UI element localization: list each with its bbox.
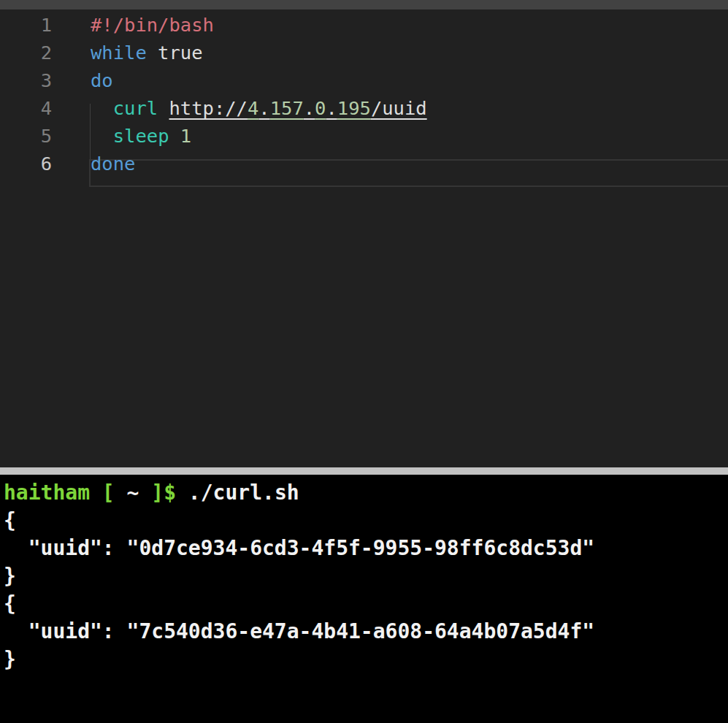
url-link[interactable]: . xyxy=(304,97,315,119)
line-number: 4 xyxy=(0,94,52,122)
terminal-text: ~ xyxy=(127,481,139,505)
terminal-text: { xyxy=(4,592,16,616)
code-line[interactable]: 2while true xyxy=(0,39,728,66)
terminal-line: "uuid": "0d7ce934-6cd3-4f5f-9955-98ff6c8… xyxy=(4,535,728,562)
code-token: true xyxy=(147,42,203,64)
code-token: sleep xyxy=(113,125,169,147)
code-text: curl http://4.157.0.195/uuid xyxy=(91,94,427,122)
code-line[interactable]: 5 sleep 1 xyxy=(0,122,728,150)
terminal-line: "uuid": "7c540d36-e47a-4b41-a608-64a4b07… xyxy=(4,618,728,646)
code-text: done xyxy=(91,150,135,177)
code-token xyxy=(91,97,113,119)
terminal-line: { xyxy=(4,507,728,535)
code-lines: 1#!/bin/bash2while true3do4 curl http://… xyxy=(0,11,728,177)
terminal-text: ./curl.sh xyxy=(176,481,299,505)
code-text: while true xyxy=(91,39,203,66)
terminal-line: } xyxy=(4,646,728,673)
url-link[interactable]: . xyxy=(326,97,337,119)
url-link[interactable]: /uuid xyxy=(371,97,427,119)
code-token xyxy=(169,125,180,147)
url-link[interactable]: 195 xyxy=(337,97,371,119)
terminal-text: "uuid": "0d7ce934-6cd3-4f5f-9955-98ff6c8… xyxy=(4,536,594,560)
terminal-output: haitham [ ~ ]$ ./curl.sh{ "uuid": "0d7ce… xyxy=(4,479,728,673)
url-link[interactable]: 4 xyxy=(248,97,258,119)
url-link[interactable]: 0 xyxy=(315,97,326,119)
terminal[interactable]: haitham [ ~ ]$ ./curl.sh{ "uuid": "0d7ce… xyxy=(0,475,728,723)
code-text: do xyxy=(91,66,113,94)
code-line[interactable]: 6done xyxy=(0,150,728,177)
panel-resize-handle[interactable] xyxy=(0,467,728,475)
code-line[interactable]: 4 curl http://4.157.0.195/uuid xyxy=(0,94,728,122)
line-number: 5 xyxy=(0,122,52,150)
terminal-text: { xyxy=(4,508,16,532)
terminal-line: { xyxy=(4,590,728,618)
code-token: done xyxy=(91,153,135,175)
code-line[interactable]: 1#!/bin/bash xyxy=(0,11,728,39)
editor-top-bar xyxy=(0,0,728,9)
url-link[interactable]: 157 xyxy=(270,97,304,119)
code-text: #!/bin/bash xyxy=(91,11,214,39)
line-number: 6 xyxy=(0,150,52,177)
code-editor[interactable]: 1#!/bin/bash2while true3do4 curl http://… xyxy=(0,9,728,467)
code-token: curl xyxy=(113,97,158,119)
terminal-prompt-line: haitham [ ~ ]$ ./curl.sh xyxy=(4,479,728,507)
code-token: while xyxy=(91,42,147,64)
terminal-prompt-text: ]$ xyxy=(139,481,176,505)
terminal-text: } xyxy=(4,564,16,588)
code-token: #!/bin/bash xyxy=(91,14,214,36)
code-token: 1 xyxy=(180,125,191,147)
line-number: 2 xyxy=(0,39,52,66)
line-number: 1 xyxy=(0,11,52,39)
terminal-text: } xyxy=(4,647,16,671)
code-token: do xyxy=(91,69,113,91)
code-token xyxy=(91,125,113,147)
terminal-prompt-text: haitham [ xyxy=(4,481,127,505)
terminal-line: } xyxy=(4,562,728,590)
line-number: 3 xyxy=(0,66,52,94)
code-text: sleep 1 xyxy=(91,122,191,150)
terminal-text: "uuid": "7c540d36-e47a-4b41-a608-64a4b07… xyxy=(4,619,594,643)
url-link[interactable]: . xyxy=(258,97,269,119)
url-link[interactable]: http:// xyxy=(169,97,248,119)
code-line[interactable]: 3do xyxy=(0,66,728,94)
code-token xyxy=(158,97,169,119)
